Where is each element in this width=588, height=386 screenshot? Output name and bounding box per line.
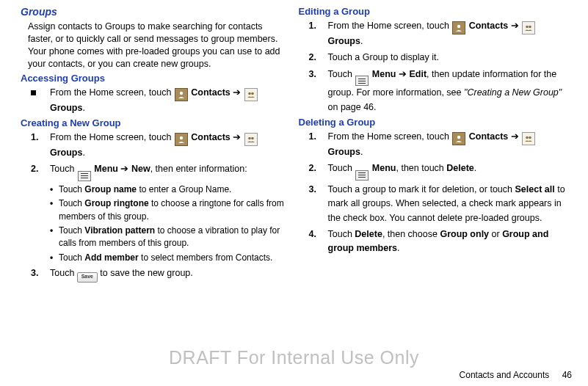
text: From the Home screen, touch xyxy=(50,87,174,98)
creating-step-3: 3. Touch Save to save the new group. xyxy=(31,266,290,282)
deleting-group-heading: Deleting a Group xyxy=(299,117,568,128)
svg-point-1 xyxy=(248,92,251,95)
menu-label: Menu xyxy=(372,163,396,173)
new-label: New xyxy=(131,164,150,174)
menu-icon xyxy=(355,76,369,86)
step-number: 2. xyxy=(31,162,50,176)
deleting-step-4: 4. Touch Delete, then choose Group only … xyxy=(309,227,568,256)
creating-step-2: 2. Touch Menu ➔ New, then enter informat… xyxy=(31,162,290,181)
svg-point-5 xyxy=(251,137,254,140)
svg-point-2 xyxy=(251,92,254,95)
arrow: ➔ xyxy=(233,87,243,98)
groups-icon xyxy=(522,132,535,145)
contacts-icon xyxy=(452,132,465,145)
editing-step-3: 3. Touch Menu ➔ Edit, then update inform… xyxy=(309,68,568,114)
editing-group-heading: Editing a Group xyxy=(299,6,568,17)
step-number: 1. xyxy=(309,19,328,33)
editing-step-1: 1. From the Home screen, touch Contacts … xyxy=(309,19,568,48)
footer-page: 46 xyxy=(562,370,572,380)
square-bullet xyxy=(31,90,36,95)
groups-intro: Assign contacts to Groups to make search… xyxy=(28,21,290,70)
step-number: 3. xyxy=(309,68,328,81)
step-number: 3. xyxy=(31,266,50,280)
right-column: Editing a Group 1. From the Home screen,… xyxy=(294,6,573,285)
creating-step-1: 1. From the Home screen, touch Contacts … xyxy=(31,131,290,160)
step-number: 1. xyxy=(309,130,328,144)
menu-label: Menu xyxy=(94,164,118,174)
deleting-step-2: 2. Touch Menu, then touch Delete. xyxy=(309,161,568,181)
deleting-step-1: 1. From the Home screen, touch Contacts … xyxy=(309,130,568,159)
creating-group-heading: Creating a New Group xyxy=(21,117,290,128)
watermark: DRAFT For Internal Use Only xyxy=(0,347,588,368)
contacts-icon xyxy=(175,88,188,101)
step-number: 4. xyxy=(309,227,328,241)
groups-icon xyxy=(522,21,535,34)
step-number: 2. xyxy=(309,161,328,175)
creating-sub-4: •Touch Add member to select members from… xyxy=(50,252,290,264)
save-icon: Save xyxy=(77,272,98,283)
svg-point-4 xyxy=(248,137,251,140)
creating-sub-3: •Touch Vibration pattern to choose a vib… xyxy=(50,225,290,250)
svg-point-3 xyxy=(180,136,183,139)
svg-point-11 xyxy=(529,136,531,139)
svg-point-6 xyxy=(457,25,460,28)
svg-point-9 xyxy=(457,136,460,139)
groups-label: Groups xyxy=(328,147,360,157)
contacts-label: Contacts xyxy=(469,21,508,31)
accessing-groups-heading: Accessing Groups xyxy=(21,73,290,84)
groups-label: Groups xyxy=(50,103,82,113)
creating-sub-2: •Touch Group ringtone to choose a ringto… xyxy=(50,197,290,223)
step-number: 3. xyxy=(309,183,328,197)
page-footer: Contacts and Accounts 46 xyxy=(460,370,572,380)
groups-label: Groups xyxy=(50,148,82,158)
creating-sub-1: •Touch Group name to enter a Group Name. xyxy=(50,183,290,196)
step-number: 2. xyxy=(309,51,328,65)
contacts-icon xyxy=(452,21,465,34)
svg-point-0 xyxy=(180,91,183,94)
editing-step-2: 2. Touch a Group to display it. xyxy=(309,51,568,65)
accessing-step: From the Home screen, touch Contacts ➔ G… xyxy=(31,86,290,115)
cross-reference: "Creating a New Group" xyxy=(464,87,562,98)
footer-section: Contacts and Accounts xyxy=(460,370,550,380)
svg-point-10 xyxy=(526,136,529,139)
svg-point-7 xyxy=(526,26,529,29)
groups-icon xyxy=(244,88,258,101)
delete-label: Delete xyxy=(446,163,474,173)
contacts-label: Contacts xyxy=(191,87,230,98)
groups-label: Groups xyxy=(328,36,360,46)
menu-label: Menu xyxy=(372,69,396,79)
deleting-step-3: 3. Touch a group to mark it for deletion… xyxy=(309,183,568,225)
contacts-icon xyxy=(175,133,188,146)
contacts-label: Contacts xyxy=(191,132,230,142)
step-number: 1. xyxy=(31,131,50,145)
left-column: Groups Assign contacts to Groups to make… xyxy=(16,6,294,285)
svg-point-8 xyxy=(529,26,531,29)
menu-icon xyxy=(355,170,369,181)
groups-icon xyxy=(244,133,258,146)
groups-heading: Groups xyxy=(21,6,290,18)
contacts-label: Contacts xyxy=(469,131,508,142)
edit-label: Edit xyxy=(409,69,427,79)
select-all-label: Select all xyxy=(515,184,555,194)
menu-icon xyxy=(78,171,91,181)
